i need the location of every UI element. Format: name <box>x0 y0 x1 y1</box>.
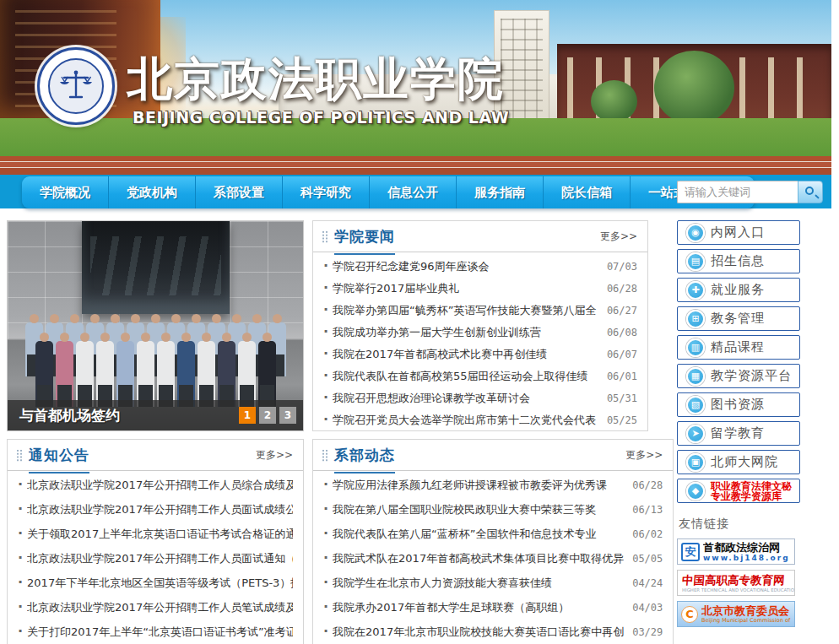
page: 北京政法职业学院 BEIJING COLLEGE OF POLITICS AND… <box>0 0 831 644</box>
list-item[interactable]: 我院举办第四届“毓秀杯”英语写作技能大赛暨第八届全06/27 <box>323 301 637 323</box>
list-item[interactable]: 2017年下半年北京地区全国英语等级考试（PETS-3）报名通知 <box>18 574 293 598</box>
sidebar-button-quality-courses[interactable]: ▥ 精品课程 <box>677 335 800 360</box>
section-header: 通知公告 更多>> <box>8 440 303 471</box>
list-item[interactable]: 我院武术队在2017年首都高校武术集体项目比赛中取得优异05/05 <box>323 549 663 574</box>
link-capital-politics-law-net[interactable]: 安 首都政法综治网 www.bj148.org <box>677 538 795 565</box>
list-item[interactable]: 学院召开纪念建党96周年座谈会07/03 <box>323 257 637 279</box>
college-name-chinese: 北京政法职业学院 <box>127 49 523 111</box>
section-college-news: 学院要闻 更多>> 学院召开纪念建党96周年座谈会07/03 学院举行2017届… <box>312 220 648 431</box>
search-icon <box>805 187 814 195</box>
nav-item-info-disclosure[interactable]: 信息公开 <box>370 176 457 208</box>
college-name-english: BEIJING COLLEGE OF POLITICS AND LAW <box>133 108 509 127</box>
list-item[interactable]: 关于打印2017年上半年“北京英语口语证书考试”准考证的 <box>18 623 293 644</box>
sidebar-button-admissions[interactable]: ▤ 招生信息 <box>677 249 800 273</box>
sidebar-button-employment[interactable]: ✚ 就业服务 <box>677 278 800 302</box>
search-button[interactable] <box>798 181 823 203</box>
list-item[interactable]: 北京政法职业学院2017年公开招聘工作人员笔试成绩及面试 <box>18 598 293 623</box>
section-title: 学院要闻 <box>334 227 395 255</box>
list-item[interactable]: 关于领取2017上半年北京英语口语证书考试合格证的通知 <box>18 525 293 549</box>
slideshow-photo[interactable]: 与首都机场签约 1 2 3 <box>8 221 303 430</box>
book-icon: ▥ <box>686 338 705 357</box>
search-input[interactable] <box>677 181 798 203</box>
sidebar-button-library[interactable]: ▧ 图书资源 <box>677 392 800 417</box>
list-item[interactable]: 我院在2017年首都高校武术比赛中再创佳绩06/07 <box>323 345 637 367</box>
pager-dot-2[interactable]: 2 <box>259 407 276 424</box>
list-item[interactable]: 我院代表队在首都高校第55届田径运动会上取得佳绩06/01 <box>323 367 637 389</box>
list-item[interactable]: 我院在2017年北京市职业院校技能大赛英语口语比赛中再创03/29 <box>323 623 663 644</box>
slideshow-caption[interactable]: 与首都机场签约 <box>19 406 239 425</box>
content: 与首都机场签约 1 2 3 学院要闻 更多>> <box>0 208 831 644</box>
nav-bar: 学院概况 党政机构 系部设置 科学研究 信息公开 服务指南 院长信箱 一站式服务… <box>0 175 831 208</box>
document-icon: ▤ <box>686 252 705 271</box>
bnu-online-icon: ▣ <box>686 453 705 472</box>
list-item[interactable]: 我院学生在北京市人力资源技能大赛喜获佳绩04/24 <box>323 574 663 598</box>
sidebar-button-intranet[interactable]: ◉ 内网入口 <box>677 220 800 245</box>
nav-item-research[interactable]: 科学研究 <box>283 176 370 208</box>
more-link[interactable]: 更多>> <box>625 448 663 463</box>
section-title: 通知公告 <box>29 446 89 474</box>
more-link[interactable]: 更多>> <box>256 448 293 463</box>
key-icon: ➤ <box>686 425 705 443</box>
sidebar-button-academic-affairs[interactable]: ⊞ 教务管理 <box>677 306 800 331</box>
sidebar-button-teaching-resources[interactable]: ▦ 教学资源平台 <box>677 364 800 388</box>
nav-menu: 学院概况 党政机构 系部设置 科学研究 信息公开 服务指南 院长信箱 一站式服务… <box>22 176 755 208</box>
sidebar: ◉ 内网入口 ▤ 招生信息 ✚ 就业服务 ⊞ 教务管理 ▥ 精品课程 ▦ 教学资… <box>648 220 823 644</box>
list-item[interactable]: 学院举行2017届毕业典礼06/28 <box>323 279 637 301</box>
section-notices: 通知公告 更多>> 北京政法职业学院2017年公开招聘工作人员综合成绩及考察 北… <box>7 439 304 644</box>
top-row: 与首都机场签约 1 2 3 学院要闻 更多>> <box>7 220 648 431</box>
pager-dot-1[interactable]: 1 <box>239 407 256 424</box>
main-column: 与首都机场签约 1 2 3 学院要闻 更多>> <box>7 220 648 644</box>
bottom-row: 通知公告 更多>> 北京政法职业学院2017年公开招聘工作人员综合成绩及考察 北… <box>7 439 648 644</box>
list-item[interactable]: 学院召开党员大会选举学院出席市第十二次党代会代表05/25 <box>323 411 637 433</box>
dots-icon <box>322 230 328 243</box>
list-item[interactable]: 我院在第八届全国职业院校民政职业大赛中荣获三等奖06/13 <box>323 501 663 525</box>
banner-running-track <box>0 156 831 175</box>
banner-tree <box>654 51 734 125</box>
library-icon: ▧ <box>686 396 705 414</box>
dots-icon <box>322 449 328 462</box>
friendly-links-title: 友情链接 <box>679 517 823 532</box>
nav-item-president-mailbox[interactable]: 院长信箱 <box>544 176 631 208</box>
slideshow-caption-bar: 与首都机场签约 1 2 3 <box>8 400 303 430</box>
section-title: 系部动态 <box>334 446 395 474</box>
list-item[interactable]: 北京政法职业学院2017年公开招聘工作人员面试成绩公告 <box>18 501 293 525</box>
grid-icon: ⊞ <box>686 310 705 328</box>
sidebar-button-legal-secretary-resource-bank[interactable]: ◆ 职业教育法律文秘 专业教学资源库 <box>677 479 800 503</box>
sidebar-button-study-abroad[interactable]: ➤ 留学教育 <box>677 421 800 446</box>
search-box <box>677 181 823 203</box>
nav-item-service-guide[interactable]: 服务指南 <box>457 176 544 208</box>
list-item[interactable]: 北京政法职业学院2017年公开招聘工作人员面试通知（管理 <box>18 549 293 574</box>
pager-dot-3[interactable]: 3 <box>279 407 296 424</box>
section-header: 学院要闻 更多>> <box>313 221 647 252</box>
news-list: 学院召开纪念建党96周年座谈会07/03 学院举行2017届毕业典礼06/28 … <box>313 252 647 433</box>
nav-item-party-admin[interactable]: 党政机构 <box>109 176 196 208</box>
bj148-logo: 安 <box>681 543 700 561</box>
banner: 北京政法职业学院 BEIJING COLLEGE OF POLITICS AND… <box>0 0 831 175</box>
gavel-icon: ✚ <box>686 281 705 300</box>
list-item[interactable]: 我院成功举办第一届大学生创新创业训练营06/08 <box>323 323 637 345</box>
more-link[interactable]: 更多>> <box>600 230 637 244</box>
sidebar-button-bnu-online[interactable]: ▣ 北师大网院 <box>677 450 800 474</box>
list-item[interactable]: 北京政法职业学院2017年公开招聘工作人员综合成绩及考察 <box>18 476 293 501</box>
scales-of-justice-icon <box>48 58 104 114</box>
photo-people-front-row <box>11 341 300 407</box>
link-china-vocational-education-net[interactable]: 中国高职高专教育网 HIGHER TECHNICAL AND VOCATIONA… <box>677 570 795 596</box>
slideshow-pager: 1 2 3 <box>239 407 296 424</box>
nav-item-overview[interactable]: 学院概况 <box>22 176 109 208</box>
photo-building-doorway <box>82 221 230 314</box>
intranet-icon: ◉ <box>686 224 705 242</box>
link-beijing-education-commission[interactable]: C 北京市教育委员会 Beijing Municipal Commission … <box>677 601 795 627</box>
list-item[interactable]: 我院代表队在第八届“蓝桥杯”全国软件和信息技术专业06/02 <box>323 525 663 549</box>
dept-list: 学院应用法律系颜九红老师讲授课程被市教委评为优秀课06/28 我院在第八届全国职… <box>313 471 673 644</box>
list-item[interactable]: 我院召开思想政治理论课教学改革研讨会05/31 <box>323 389 637 411</box>
slideshow: 与首都机场签约 1 2 3 <box>7 220 304 431</box>
education-commission-logo: C <box>681 606 698 623</box>
college-logo <box>37 47 115 125</box>
banner-tree <box>591 80 637 122</box>
nav-item-departments[interactable]: 系部设置 <box>196 176 283 208</box>
list-item[interactable]: 我院承办2017年首都大学生足球联赛（高职组）04/03 <box>323 598 663 623</box>
monitor-icon: ▦ <box>686 367 705 386</box>
list-item[interactable]: 学院应用法律系颜九红老师讲授课程被市教委评为优秀课06/28 <box>323 476 663 501</box>
section-department-news: 系部动态 更多>> 学院应用法律系颜九红老师讲授课程被市教委评为优秀课06/28… <box>312 439 674 644</box>
section-header: 系部动态 更多>> <box>313 440 673 471</box>
